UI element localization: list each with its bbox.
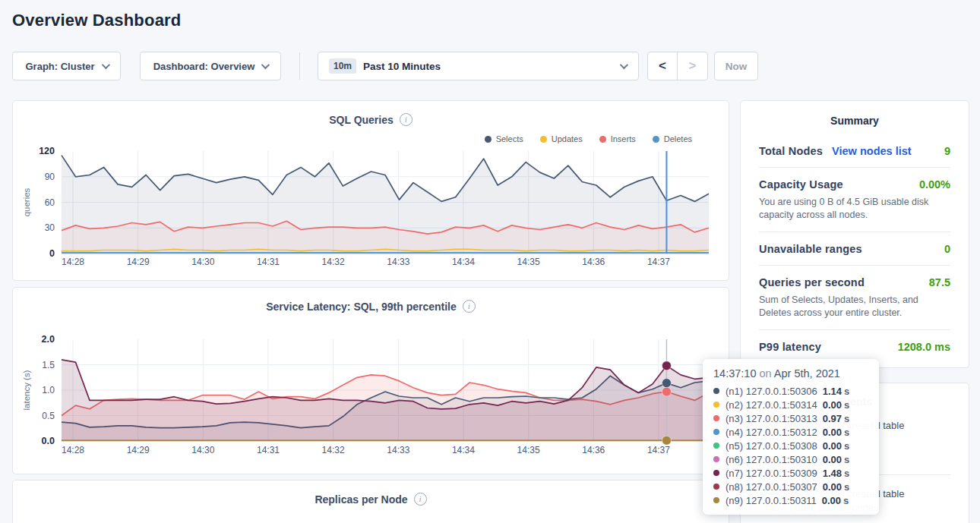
- time-range-dropdown[interactable]: 10m Past 10 Minutes: [318, 52, 639, 80]
- tooltip-node-address: (n5) 127.0.0.1:50308: [726, 440, 817, 452]
- tooltip-node-row: (n2) 127.0.0.1:503140.00s: [713, 398, 868, 411]
- info-icon[interactable]: i: [414, 493, 427, 506]
- node-color-dot-icon: [713, 484, 719, 490]
- view-nodes-link[interactable]: View nodes list: [832, 145, 912, 157]
- svg-text:14:36: 14:36: [582, 257, 605, 267]
- svg-text:latency (s): latency (s): [22, 370, 31, 410]
- svg-text:queries: queries: [22, 187, 31, 216]
- svg-text:60: 60: [45, 197, 55, 208]
- svg-text:1.0: 1.0: [42, 385, 55, 395]
- now-button[interactable]: Now: [714, 52, 758, 80]
- tooltip-timestamp: 14:37:10 on Apr 5th, 2021: [713, 367, 868, 380]
- svg-text:14:28: 14:28: [62, 445, 84, 455]
- svg-text:14:33: 14:33: [387, 445, 409, 455]
- node-color-dot-icon: [713, 456, 719, 462]
- legend-item[interactable]: Selects: [485, 134, 523, 143]
- svg-text:0: 0: [49, 248, 55, 259]
- dashboard-dropdown[interactable]: Dashboard: Overview: [140, 52, 281, 80]
- legend-label: Updates: [552, 134, 583, 143]
- svg-text:14:34: 14:34: [452, 445, 475, 455]
- legend-dot-icon: [653, 136, 659, 143]
- svg-text:14:35: 14:35: [517, 445, 540, 455]
- tooltip-node-address: (n2) 127.0.0.1:50314: [726, 399, 817, 411]
- legend-item[interactable]: Deletes: [653, 134, 692, 143]
- sql-queries-chart[interactable]: 14:2814:2914:3014:3114:3214:3314:3414:35…: [13, 143, 730, 277]
- summary-row-value: 0: [944, 243, 950, 255]
- tooltip-node-unit: s: [844, 440, 849, 452]
- summary-row-description: You are using 0 B of 4.5 GiB usable disk…: [759, 196, 950, 222]
- summary-row-label: Unavailable ranges: [759, 243, 862, 255]
- node-color-dot-icon: [713, 497, 719, 503]
- svg-text:14:29: 14:29: [127, 257, 150, 267]
- service-latency-chart[interactable]: 14:2814:2914:3014:3114:3214:3314:3414:35…: [13, 323, 730, 467]
- chart-title: Replicas per Node: [315, 493, 407, 506]
- tooltip-node-row: (n3) 127.0.0.1:503130.97s: [713, 411, 868, 425]
- summary-row-description: Sum of Selects, Updates, Inserts, and De…: [759, 294, 950, 320]
- tooltip-node-unit: s: [844, 413, 849, 424]
- svg-text:120: 120: [39, 146, 55, 156]
- tooltip-node-row: (n9) 127.0.0.1:503110.00s: [713, 493, 868, 507]
- legend-item[interactable]: Inserts: [599, 134, 636, 143]
- svg-text:0.5: 0.5: [42, 411, 55, 421]
- tooltip-node-row: (n7) 127.0.0.1:503091.48s: [713, 466, 868, 480]
- summary-row-label: P99 latency: [759, 341, 821, 353]
- info-icon[interactable]: i: [400, 113, 413, 126]
- tooltip-node-row: (n4) 127.0.0.1:503120.00s: [713, 425, 868, 439]
- legend-label: Deletes: [664, 134, 692, 143]
- svg-text:30: 30: [45, 222, 55, 233]
- summary-row: Unavailable ranges0: [759, 232, 950, 265]
- summary-row-label: Queries per second: [759, 276, 865, 288]
- svg-text:14:30: 14:30: [191, 257, 214, 267]
- tooltip-node-row: (n5) 127.0.0.1:503080.00s: [713, 439, 868, 452]
- svg-text:14:34: 14:34: [452, 257, 475, 267]
- divider: [299, 52, 300, 80]
- summary-row: Queries per second87.5Sum of Selects, Up…: [759, 265, 950, 329]
- svg-text:14:31: 14:31: [257, 445, 280, 455]
- time-range-badge: 10m: [329, 58, 356, 74]
- summary-row-value: 87.5: [929, 276, 950, 288]
- svg-text:14:37: 14:37: [647, 445, 670, 455]
- chart-title: SQL Queries: [329, 114, 394, 126]
- next-time-button[interactable]: >: [678, 52, 707, 80]
- svg-text:2.0: 2.0: [42, 334, 55, 345]
- node-color-dot-icon: [713, 443, 719, 449]
- svg-text:90: 90: [45, 172, 55, 182]
- svg-text:14:30: 14:30: [191, 445, 214, 455]
- controls-bar: Graph: Cluster Dashboard: Overview 10m P…: [0, 52, 980, 80]
- svg-text:14:36: 14:36: [582, 445, 605, 455]
- svg-text:14:37: 14:37: [647, 257, 670, 267]
- node-color-dot-icon: [713, 415, 719, 421]
- node-color-dot-icon: [713, 470, 719, 476]
- legend-dot-icon: [540, 136, 547, 143]
- tooltip-node-value: 0.00: [822, 495, 841, 506]
- summary-row: Capacity Usage0.00%You are using 0 B of …: [759, 167, 950, 232]
- time-pager: < >: [647, 52, 708, 80]
- node-color-dot-icon: [713, 402, 719, 408]
- svg-text:14:28: 14:28: [62, 257, 84, 267]
- dashboard-dropdown-label: Dashboard: Overview: [153, 61, 255, 72]
- graph-dropdown[interactable]: Graph: Cluster: [12, 52, 121, 80]
- tooltip-node-address: (n7) 127.0.0.1:50309: [726, 468, 817, 479]
- tooltip-node-value: 0.00: [823, 481, 842, 493]
- legend-item[interactable]: Updates: [540, 134, 583, 143]
- tooltip-node-address: (n4) 127.0.0.1:50312: [726, 427, 817, 438]
- prev-time-button[interactable]: <: [648, 52, 678, 80]
- chevron-down-icon: [620, 61, 628, 69]
- graph-dropdown-label: Graph: Cluster: [25, 61, 94, 72]
- summary-row-value: 9: [944, 145, 950, 157]
- tooltip-node-unit: s: [844, 386, 849, 397]
- node-color-dot-icon: [713, 388, 719, 394]
- svg-text:14:35: 14:35: [517, 257, 540, 267]
- tooltip-node-unit: s: [843, 495, 849, 506]
- svg-text:0.0: 0.0: [42, 436, 55, 446]
- tooltip-node-address: (n9) 127.0.0.1:50311: [726, 495, 817, 506]
- summary-row: Total NodesView nodes list9: [759, 134, 950, 167]
- tooltip-node-row: (n6) 127.0.0.1:503100.00s: [713, 452, 868, 466]
- tooltip-node-address: (n6) 127.0.0.1:50310: [726, 454, 817, 465]
- legend-dot-icon: [485, 136, 492, 143]
- summary-row-value: 0.00%: [919, 178, 950, 191]
- tooltip-node-value: 0.97: [823, 413, 842, 424]
- tooltip-node-row: (n1) 127.0.0.1:503061.14s: [713, 384, 868, 398]
- svg-text:14:31: 14:31: [257, 257, 280, 267]
- info-icon[interactable]: i: [463, 300, 476, 313]
